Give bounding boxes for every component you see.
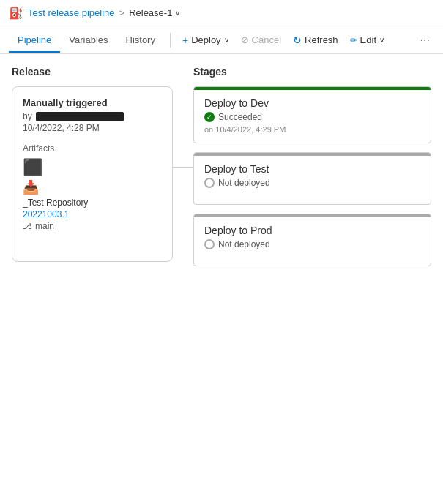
plus-icon: + <box>182 34 188 46</box>
release-panel: Release Manually triggered by 10/4/2022,… <box>12 66 173 496</box>
release-date: 10/4/2022, 4:28 PM <box>23 123 162 133</box>
artifact-name: _Test Repository <box>23 198 162 208</box>
edit-button[interactable]: ✏ Edit ∨ <box>344 31 390 48</box>
stage-date-dev: on 10/4/2022, 4:29 PM <box>204 125 420 134</box>
tab-pipeline[interactable]: Pipeline <box>9 29 60 53</box>
stage-name-test: Deploy to Test <box>204 163 420 175</box>
artifact-version-link[interactable]: 20221003.1 <box>23 209 162 219</box>
toolbar-divider <box>170 33 171 48</box>
breadcrumb-bar: ⛽ Test release pipeline > Release-1 ∨ <box>0 0 443 26</box>
release-card: Manually triggered by 10/4/2022, 4:28 PM… <box>12 86 173 262</box>
connector-area <box>173 66 193 496</box>
artifact-branch: ⎇ main <box>23 221 162 231</box>
breadcrumb-separator: > <box>119 7 125 18</box>
cancel-button[interactable]: ⊘ Cancel <box>235 31 287 48</box>
pipeline-icon: ⛽ <box>9 6 23 20</box>
success-icon: ✓ <box>204 112 215 122</box>
connector-line <box>173 167 193 168</box>
edit-icon: ✏ <box>350 35 357 45</box>
tab-variables[interactable]: Variables <box>60 29 116 53</box>
by-label: by <box>23 111 162 121</box>
cancel-icon: ⊘ <box>241 34 249 45</box>
stage-body-dev: Deploy to Dev ✓ Succeeded on 10/4/2022, … <box>194 90 431 143</box>
toolbar: Pipeline Variables History + Deploy ∨ ⊘ … <box>0 26 443 54</box>
not-deployed-icon-test <box>204 178 215 188</box>
trigger-text: Manually triggered <box>23 97 162 108</box>
refresh-icon: ↻ <box>293 34 302 46</box>
breadcrumb-current: Release-1 ∨ <box>129 7 180 18</box>
refresh-button[interactable]: ↻ Refresh <box>287 31 344 49</box>
stages-panel-title: Stages <box>193 66 431 78</box>
artifact-icon: ⬛📥 <box>23 158 162 196</box>
stages-list: Deploy to Dev ✓ Succeeded on 10/4/2022, … <box>193 86 431 266</box>
branch-icon: ⎇ <box>23 222 32 231</box>
main-content: Release Manually triggered by 10/4/2022,… <box>0 54 443 504</box>
stage-body-prod: Deploy to Prod Not deployed <box>194 217 431 261</box>
more-options-button[interactable]: ··· <box>416 31 434 50</box>
stage-name-prod: Deploy to Prod <box>204 225 420 236</box>
stage-card-dev[interactable]: Deploy to Dev ✓ Succeeded on 10/4/2022, … <box>193 86 431 143</box>
release-panel-title: Release <box>12 66 173 78</box>
stage-status-test: Not deployed <box>204 178 420 188</box>
artifacts-label: Artifacts <box>23 143 162 154</box>
stage-body-test: Deploy to Test Not deployed <box>194 156 431 200</box>
stage-card-prod[interactable]: Deploy to Prod Not deployed <box>193 214 431 266</box>
stage-status-dev: ✓ Succeeded <box>204 112 420 122</box>
user-redacted <box>36 112 124 121</box>
not-deployed-icon-prod <box>204 239 215 249</box>
stage-card-test[interactable]: Deploy to Test Not deployed <box>193 152 431 205</box>
deploy-chevron-icon: ∨ <box>224 36 229 44</box>
deploy-button[interactable]: + Deploy ∨ <box>176 31 235 49</box>
tab-history[interactable]: History <box>117 29 164 53</box>
stage-status-prod: Not deployed <box>204 239 420 249</box>
stages-panel: Stages Deploy to Dev ✓ Succeeded on 10/4… <box>193 66 431 496</box>
breadcrumb-parent-link[interactable]: Test release pipeline <box>28 7 115 18</box>
chevron-down-icon[interactable]: ∨ <box>175 9 180 17</box>
stage-name-dev: Deploy to Dev <box>204 97 420 109</box>
edit-chevron-icon: ∨ <box>379 36 384 44</box>
